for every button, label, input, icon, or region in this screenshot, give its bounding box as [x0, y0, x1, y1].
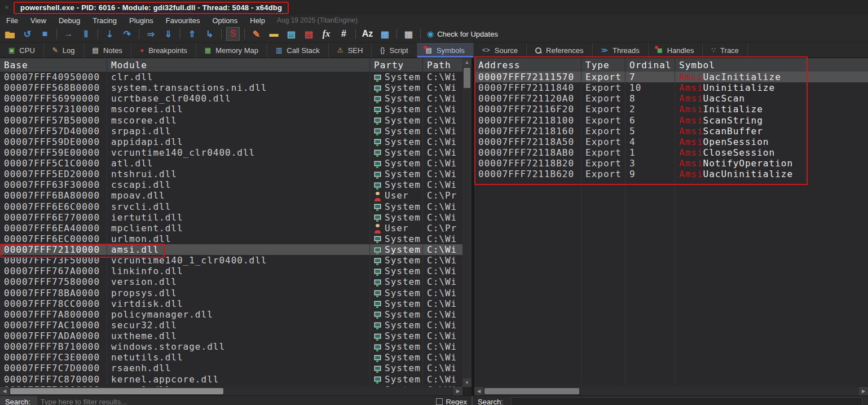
module-row[interactable]: 00007FFF57310000 mscoreei.dll System C:\…	[0, 104, 462, 115]
tab-references[interactable]: References	[527, 43, 592, 58]
module-row[interactable]: 00007FFF7AC10000 secur32.dll System C:\W…	[0, 320, 462, 331]
open-file-icon[interactable]	[1, 27, 19, 41]
run-icon[interactable]: →	[60, 27, 77, 41]
function-icon[interactable]: fx	[318, 27, 335, 41]
module-row[interactable]: 00007FFF6EA40000 mpclient.dll User C:\Pr	[0, 223, 462, 234]
toolbar-separator[interactable]	[180, 29, 180, 39]
symbol-row[interactable]: 00007FFF72111570 Export 7 AmsiUacInitial…	[474, 72, 868, 82]
animate-into-icon[interactable]: S	[226, 27, 240, 41]
symbol-row[interactable]: 00007FFF72118B20 Export 3 AmsiNotifyOper…	[474, 158, 868, 169]
pause-icon[interactable]: Ⅱ	[77, 27, 95, 41]
scroll-left-arrow-icon[interactable]: ◀	[474, 387, 483, 395]
toolbar-separator[interactable]	[244, 29, 245, 39]
module-row[interactable]: 00007FFF7ADA0000 uxtheme.dll System C:\W…	[0, 331, 462, 341]
module-row[interactable]: 00007FFF73F50000 vcruntime140_1_clr0400.…	[0, 255, 462, 266]
module-row[interactable]: 00007FFF63F30000 cscapi.dll System C:\Wi	[0, 179, 462, 190]
scrollbar-thumb[interactable]	[10, 388, 223, 394]
step-into-icon[interactable]: ⇣	[101, 27, 118, 41]
tab-notes[interactable]: ▤ Notes	[84, 43, 131, 58]
modules-vertical-scrollbar[interactable]: ▲ ▼	[462, 58, 472, 387]
symbol-row[interactable]: 00007FFF72111840 Export 10 AmsiUninitial…	[474, 82, 868, 93]
tab-seh[interactable]: ⚠ SEH	[329, 43, 372, 58]
column-header-symbol[interactable]: Symbol	[675, 58, 868, 72]
module-row[interactable]: 00007FFF7C3E0000 netutils.dll System C:\…	[0, 352, 462, 363]
scroll-down-arrow-icon[interactable]: ▼	[462, 378, 472, 387]
symbol-row[interactable]: 00007FFF72118AB0 Export 1 AmsiCloseSessi…	[474, 147, 868, 158]
regex-checkbox[interactable]	[436, 398, 443, 405]
trace-over-icon[interactable]: ⇓	[160, 27, 177, 41]
graph-calculator-icon[interactable]: ▦	[376, 27, 394, 41]
column-header-party[interactable]: Party	[370, 58, 423, 72]
step-over-icon[interactable]: ↷	[118, 27, 136, 41]
scrollbar-thumb[interactable]	[464, 68, 470, 88]
menu-item[interactable]: Favourites	[160, 16, 206, 25]
module-row[interactable]: 00007FFF6E6C0000 srvcli.dll System C:\Wi	[0, 201, 462, 212]
symbols-search-input[interactable]	[511, 397, 862, 405]
module-row[interactable]: 00007FFF59DE0000 appidapi.dll System C:\…	[0, 137, 462, 147]
tab-memory-map[interactable]: ▦ Memory Map	[196, 43, 267, 58]
module-row[interactable]: 00007FFF6E770000 iertutil.dll System C:\…	[0, 212, 462, 223]
module-row[interactable]: 00007FFF5ED20000 ntshrui.dll System C:\W…	[0, 169, 462, 179]
toolbar-separator[interactable]	[355, 29, 356, 39]
module-row[interactable]: 00007FFF57B50000 mscoree.dll System C:\W…	[0, 115, 462, 126]
assemble-pencil-icon[interactable]: ✎	[248, 27, 265, 41]
column-header-address[interactable]: Address	[474, 58, 581, 72]
module-row[interactable]: 00007FFF59E00000 vcruntime140_clr0400.dl…	[0, 147, 462, 158]
stop-icon[interactable]: ■	[36, 27, 54, 41]
menu-item[interactable]: Help	[244, 16, 271, 25]
module-row[interactable]: 00007FFF40950000 clr.dll System C:\Wi	[0, 72, 462, 82]
bookmark-icon[interactable]: ▤	[300, 27, 318, 41]
symbol-row[interactable]: 00007FFF7211B620 Export 9 AmsiUacUniniti…	[474, 169, 868, 179]
execute-till-return-icon[interactable]: ⇑	[183, 27, 201, 41]
tab-source[interactable]: <> Source	[474, 43, 527, 58]
symbol-row[interactable]: 00007FFF721120A0 Export 8 AmsiUacScan	[474, 93, 868, 104]
hash-icon[interactable]: #	[335, 27, 353, 41]
column-header-path[interactable]: Path	[423, 58, 462, 72]
tab-script[interactable]: {} Script	[372, 43, 417, 58]
trace-into-icon[interactable]: ⇒	[142, 27, 160, 41]
module-row[interactable]: 00007FFF7C870000 kernel.appcore.dll Syst…	[0, 374, 462, 385]
toolbar-separator[interactable]	[56, 29, 57, 39]
symbol-row[interactable]: 00007FFF72118160 Export 5 AmsiScanBuffer	[474, 126, 868, 137]
symbols-horizontal-scrollbar[interactable]: ◀ ▶	[474, 387, 868, 395]
modules-search-input[interactable]	[37, 396, 206, 405]
scroll-up-arrow-icon[interactable]: ▲	[462, 58, 472, 67]
module-row[interactable]: 00007FFF72110000 amsi.dll System C:\Wi	[0, 244, 462, 255]
run-to-user-code-icon[interactable]: ↳	[201, 27, 218, 41]
module-row[interactable]: 00007FFF7A800000 policymanager.dll Syste…	[0, 309, 462, 320]
tab-trace[interactable]: ∵ Trace	[703, 43, 747, 58]
scroll-left-arrow-icon[interactable]: ◀	[0, 387, 9, 395]
module-row[interactable]: 00007FFF78BA0000 propsys.dll System C:\W…	[0, 288, 462, 298]
column-header-type[interactable]: Type	[581, 58, 625, 72]
toolbar-separator[interactable]	[98, 29, 98, 39]
tab-breakpoints[interactable]: ● Breakpoints	[131, 43, 196, 58]
case-icon[interactable]: Az	[359, 27, 376, 41]
column-header-base[interactable]: Base	[0, 58, 107, 72]
scrollbar-thumb[interactable]	[484, 388, 579, 394]
tab-call-stack[interactable]: ▥ Call Stack	[267, 43, 329, 58]
symbol-row[interactable]: 00007FFF72118A50 Export 4 AmsiOpenSessio…	[474, 137, 868, 147]
column-header-module[interactable]: Module	[107, 58, 370, 72]
symbol-row[interactable]: 00007FFF72116F20 Export 2 AmsiInitialize	[474, 104, 868, 115]
menu-item[interactable]: Debug	[52, 16, 86, 25]
scroll-right-arrow-icon[interactable]: ▶	[453, 387, 462, 395]
column-header-ordinal[interactable]: Ordinal	[625, 58, 675, 72]
toolbar-separator[interactable]	[420, 29, 421, 39]
tab-log[interactable]: ✎ Log	[44, 43, 84, 58]
module-row[interactable]: 00007FFF7C7D0000 rsaenh.dll System C:\Wi	[0, 363, 462, 373]
calculator-icon[interactable]: ▦	[400, 27, 417, 41]
module-row[interactable]: 00007FFF5C1C0000 atl.dll System C:\Wi	[0, 158, 462, 169]
tab-cpu[interactable]: ▣ CPU	[0, 43, 44, 58]
menu-item[interactable]: Tracing	[86, 16, 123, 25]
menu-item[interactable]: File	[0, 16, 24, 25]
toolbar-separator[interactable]	[139, 29, 139, 39]
restart-icon[interactable]: ↺	[19, 27, 36, 41]
module-row[interactable]: 00007FFF56990000 ucrtbase_clr0400.dll Sy…	[0, 93, 462, 104]
menu-item[interactable]: Plugins	[123, 16, 160, 25]
label-icon[interactable]: ▤	[283, 27, 300, 41]
check-for-updates-button[interactable]: ◉ Check for Updates	[427, 29, 498, 38]
module-row[interactable]: 00007FFF767A0000 linkinfo.dll System C:\…	[0, 266, 462, 276]
comment-icon[interactable]: ▬	[265, 27, 283, 41]
modules-horizontal-scrollbar[interactable]: ◀ ▶	[0, 387, 462, 395]
module-row[interactable]: 00007FFF6BA80000 mpoav.dll User C:\Pr	[0, 190, 462, 201]
